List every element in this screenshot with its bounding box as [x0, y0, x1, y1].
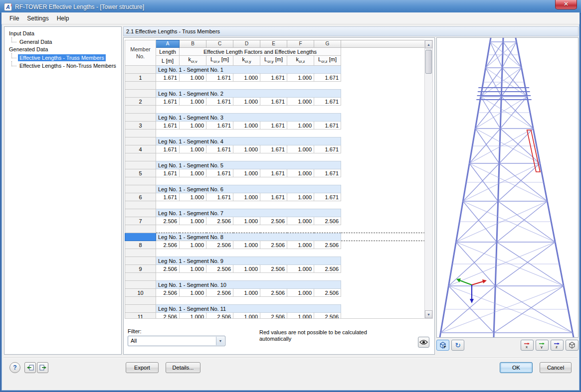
group-header-member-cell[interactable] [125, 233, 156, 241]
value-cell[interactable]: 2.506 [260, 241, 287, 249]
table-group-header-row[interactable]: Leg No. 1 - Segment No. 2 [125, 90, 425, 98]
column-letter-cell[interactable]: D [233, 40, 260, 48]
tree-section-input-data[interactable]: Input Data [6, 29, 119, 37]
value-cell[interactable]: 1.000 [287, 241, 314, 249]
value-cell[interactable]: 1.671 [156, 145, 180, 153]
value-cell[interactable]: 1.671 [314, 169, 341, 177]
value-cell[interactable]: 1.000 [180, 122, 206, 130]
value-cell[interactable]: 1.000 [287, 145, 314, 153]
member-no-cell[interactable]: 1 [125, 74, 156, 82]
value-cell[interactable]: 1.000 [287, 74, 314, 82]
value-cell[interactable]: 1.671 [206, 98, 233, 106]
group-header-member-cell[interactable] [125, 305, 156, 313]
menu-file[interactable]: File [5, 13, 23, 23]
table-group-header-row[interactable]: Leg No. 1 - Segment No. 1 [125, 66, 425, 74]
value-cell[interactable]: 1.671 [206, 145, 233, 153]
value-cell[interactable]: 1.000 [180, 217, 206, 225]
group-header-member-cell[interactable] [125, 281, 156, 289]
value-cell[interactable]: 1.671 [260, 74, 287, 82]
value-cell[interactable]: 1.000 [180, 265, 206, 273]
tree-item-truss-members[interactable]: Effective Lengths - Truss Members [6, 53, 119, 61]
table-data-row[interactable]: 3 1.671 1.000 1.671 1.000 1.671 1.000 1.… [125, 122, 425, 130]
table-data-row[interactable]: 2 1.671 1.000 1.671 1.000 1.671 1.000 1.… [125, 98, 425, 106]
group-label-cell[interactable]: Leg No. 1 - Segment No. 6 [156, 185, 341, 193]
member-no-cell[interactable]: 11 [125, 313, 156, 319]
help-button[interactable]: ? [9, 362, 20, 373]
value-cell[interactable]: 1.000 [233, 289, 260, 297]
value-cell[interactable]: 2.506 [260, 289, 287, 297]
value-cell[interactable]: 1.000 [180, 74, 206, 82]
value-cell[interactable]: 2.506 [314, 313, 341, 319]
table-data-row[interactable]: 7 2.506 1.000 2.506 1.000 2.506 1.000 2.… [125, 217, 425, 225]
value-cell[interactable]: 2.506 [314, 265, 341, 273]
value-cell[interactable]: 2.506 [206, 265, 233, 273]
group-label-cell[interactable]: Leg No. 1 - Segment No. 3 [156, 114, 341, 122]
table-group-header-row[interactable]: Leg No. 1 - Segment No. 8 [125, 233, 425, 241]
table-group-header-row[interactable]: Leg No. 1 - Segment No. 4 [125, 137, 425, 145]
value-cell[interactable]: 1.000 [180, 145, 206, 153]
value-cell[interactable]: 2.506 [260, 217, 287, 225]
table-group-header-row[interactable]: Leg No. 1 - Segment No. 3 [125, 114, 425, 122]
member-no-cell[interactable]: 5 [125, 169, 156, 177]
value-cell[interactable]: 1.671 [156, 193, 180, 201]
model-view-panel[interactable] [436, 37, 579, 338]
value-cell[interactable]: 1.671 [206, 74, 233, 82]
tree-section-generated-data[interactable]: Generated Data [6, 45, 119, 53]
value-cell[interactable]: 1.000 [233, 313, 260, 319]
details-button[interactable]: Details... [166, 362, 200, 373]
value-cell[interactable]: 1.000 [233, 217, 260, 225]
tree-item-non-truss-members[interactable]: Effective Lengths - Non-Truss Members [6, 61, 119, 69]
group-label-cell[interactable]: Leg No. 1 - Segment No. 11 [156, 305, 341, 313]
value-cell[interactable]: 2.506 [156, 265, 180, 273]
value-cell[interactable]: 2.506 [156, 241, 180, 249]
value-cell[interactable]: 2.506 [206, 241, 233, 249]
value-cell[interactable]: 1.671 [156, 169, 180, 177]
table-vertical-scrollbar[interactable]: ▲ ▼ [424, 40, 433, 319]
column-letter-cell[interactable]: A [156, 40, 180, 48]
value-cell[interactable]: 1.671 [206, 193, 233, 201]
value-cell[interactable]: 1.000 [287, 98, 314, 106]
value-cell[interactable]: 1.000 [287, 169, 314, 177]
table-data-row[interactable]: 11 2.506 1.000 2.506 1.000 2.506 1.000 2… [125, 313, 425, 319]
value-cell[interactable]: 1.000 [180, 169, 206, 177]
table-data-row[interactable]: 5 1.671 1.000 1.671 1.000 1.671 1.000 1.… [125, 169, 425, 177]
group-label-cell[interactable]: Leg No. 1 - Segment No. 5 [156, 161, 341, 169]
group-label-cell[interactable]: Leg No. 1 - Segment No. 8 [156, 233, 341, 241]
value-cell[interactable]: 1.671 [156, 74, 180, 82]
value-cell[interactable]: 1.000 [287, 289, 314, 297]
member-no-cell[interactable]: 10 [125, 289, 156, 297]
member-no-cell[interactable]: 3 [125, 122, 156, 130]
group-label-cell[interactable]: Leg No. 1 - Segment No. 4 [156, 137, 341, 145]
table-data-row[interactable]: 8 2.506 1.000 2.506 1.000 2.506 1.000 2.… [125, 241, 425, 249]
member-no-cell[interactable]: 4 [125, 145, 156, 153]
nav-previous-button[interactable] [24, 362, 36, 373]
table-data-row[interactable]: 4 1.671 1.000 1.671 1.000 1.671 1.000 1.… [125, 145, 425, 153]
value-cell[interactable]: 1.671 [260, 122, 287, 130]
scroll-down-button[interactable]: ▼ [425, 310, 432, 318]
value-cell[interactable]: 2.506 [156, 217, 180, 225]
cancel-button[interactable]: Cancel [540, 362, 572, 373]
value-cell[interactable]: 2.506 [206, 313, 233, 319]
value-cell[interactable]: 1.000 [180, 193, 206, 201]
group-label-cell[interactable]: Leg No. 1 - Segment No. 1 [156, 66, 341, 74]
value-cell[interactable]: 1.000 [180, 289, 206, 297]
column-letter-cell[interactable]: B [180, 40, 206, 48]
rotate-view-button[interactable]: ↻ [451, 340, 464, 351]
table-data-row[interactable]: 1 1.671 1.000 1.671 1.000 1.671 1.000 1.… [125, 74, 425, 82]
value-cell[interactable]: 1.671 [260, 98, 287, 106]
move-view-button[interactable] [436, 340, 449, 351]
value-cell[interactable]: 1.000 [287, 122, 314, 130]
value-cell[interactable]: 1.000 [287, 265, 314, 273]
table-group-header-row[interactable]: Leg No. 1 - Segment No. 10 [125, 281, 425, 289]
value-cell[interactable]: 2.506 [260, 313, 287, 319]
column-letter-cell[interactable]: E [260, 40, 287, 48]
group-label-cell[interactable]: Leg No. 1 - Segment No. 10 [156, 281, 341, 289]
value-cell[interactable]: 1.671 [260, 193, 287, 201]
group-header-member-cell[interactable] [125, 137, 156, 145]
value-cell[interactable]: 1.671 [156, 122, 180, 130]
value-cell[interactable]: 2.506 [156, 313, 180, 319]
scroll-up-button[interactable]: ▲ [425, 40, 432, 48]
group-header-member-cell[interactable] [125, 257, 156, 265]
value-cell[interactable]: 1.671 [260, 145, 287, 153]
member-no-cell[interactable]: 7 [125, 217, 156, 225]
